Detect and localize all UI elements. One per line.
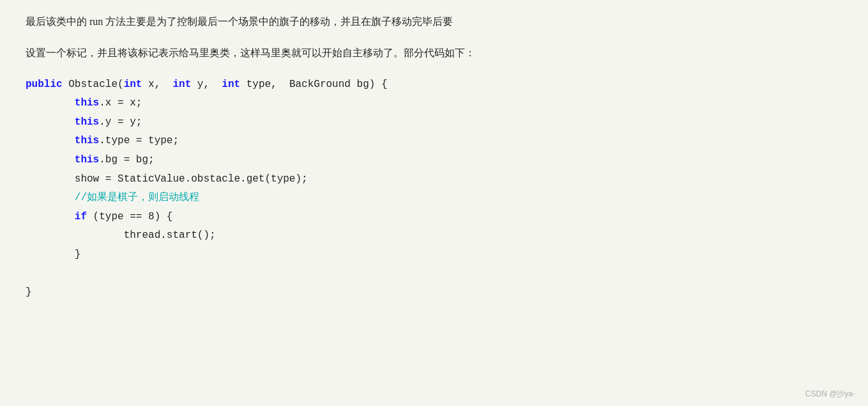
code-line-11 (26, 265, 842, 284)
code-block: public Obstacle(int x, int y, int type, … (26, 75, 842, 302)
code-line-10: } (26, 246, 842, 265)
code-line-7: //如果是棋子，则启动线程 (26, 189, 842, 208)
watermark: CSDN @沙ya- (805, 389, 855, 400)
description-line2: 设置一个标记，并且将该标记表示给马里奥类，这样马里奥就可以开始自主移动了。部分代… (26, 44, 842, 63)
description-line1: 最后该类中的 run 方法主要是为了控制最后一个场景中的旗子的移动，并且在旗子移… (26, 13, 842, 31)
description-block: 最后该类中的 run 方法主要是为了控制最后一个场景中的旗子的移动，并且在旗子移… (26, 13, 842, 63)
code-line-6: show = StaticValue.obstacle.get(type); (26, 170, 842, 189)
code-line-4: this.type = type; (26, 132, 842, 151)
code-line-9: thread.start(); (26, 226, 842, 246)
code-line-8: if (type == 8) { (26, 208, 842, 227)
code-line-3: this.y = y; (26, 113, 842, 132)
code-line-1: public Obstacle(int x, int y, int type, … (26, 75, 842, 95)
code-line-5: this.bg = bg; (26, 151, 842, 170)
code-line-12: } (26, 283, 842, 302)
code-line-2: this.x = x; (26, 94, 842, 113)
